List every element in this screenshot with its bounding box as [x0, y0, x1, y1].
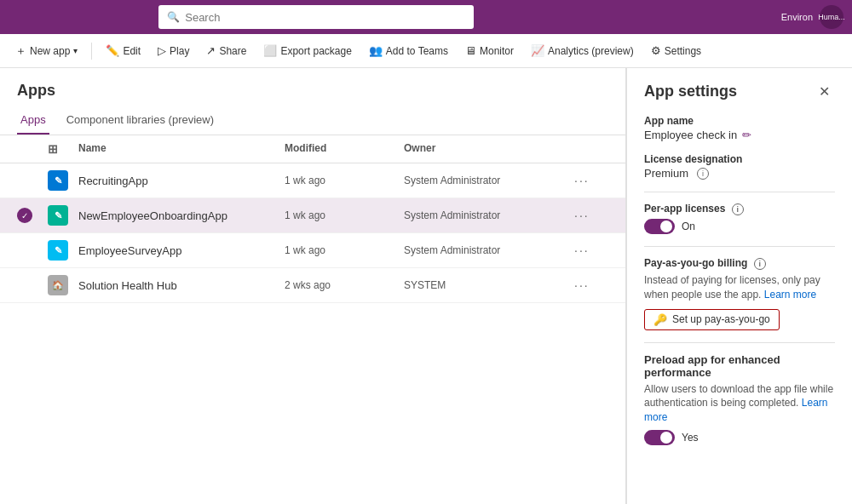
app-icon: ✎	[48, 170, 68, 191]
close-button[interactable]: ✕	[814, 82, 835, 101]
selected-indicator: ✓	[17, 208, 32, 223]
license-value: Premium i	[644, 167, 835, 180]
share-icon: ↗	[206, 44, 216, 57]
preload-toggle[interactable]	[644, 430, 675, 445]
page-title: Apps	[0, 68, 625, 106]
main-layout: Apps Apps Component libraries (preview) …	[0, 68, 852, 504]
separator	[91, 43, 92, 60]
modified-date: 1 wk ago	[285, 209, 404, 221]
new-app-button[interactable]: ＋ New app ▾	[9, 40, 84, 62]
row-menu[interactable]: ···	[574, 174, 608, 187]
table-header: ⊞ Name Modified Owner	[0, 135, 625, 163]
app-name-label: App name	[644, 115, 835, 127]
preload-desc: Allow users to download the app file whi…	[644, 382, 835, 425]
env-label: Environ	[781, 12, 813, 22]
owner-name: SYSTEM	[404, 279, 574, 291]
payg-info-icon[interactable]: i	[754, 258, 766, 270]
key-icon: 🔑	[653, 313, 667, 326]
per-app-label: Per-app licenses i	[644, 203, 835, 215]
app-icon: ✎	[48, 240, 68, 261]
col-actions	[574, 142, 608, 156]
app-name: Solution Health Hub	[78, 279, 285, 292]
preload-section: Preload app for enhanced performance All…	[644, 353, 835, 445]
payg-learn-more[interactable]: Learn more	[764, 289, 816, 301]
app-icon: 🏠	[48, 275, 68, 295]
teams-icon: 👥	[369, 44, 383, 57]
app-name-value: Employee check in ✏	[644, 129, 835, 141]
app-name: NewEmployeeOnboardingApp	[78, 209, 285, 222]
modified-date: 2 wks ago	[285, 279, 404, 291]
top-bar-right: Environ Huma...	[781, 5, 843, 29]
share-button[interactable]: ↗ Share	[199, 41, 253, 60]
panel-title: App settings	[644, 83, 737, 100]
play-button[interactable]: ▷ Play	[151, 41, 196, 60]
payg-section: Pay-as-you-go billing i Instead of payin…	[644, 257, 835, 330]
preload-toggle-row: Yes	[644, 430, 835, 445]
modified-date: 1 wk ago	[285, 244, 404, 256]
payg-description: Instead of paying for licenses, only pay…	[644, 273, 835, 302]
app-name: RecruitingApp	[78, 175, 285, 187]
add-teams-button[interactable]: 👥 Add to Teams	[362, 41, 455, 60]
table-row[interactable]: ✓ ✎ NewEmployeeOnboardingApp 1 wk ago Sy…	[0, 198, 625, 233]
row-menu[interactable]: ···	[574, 243, 608, 257]
payg-label: Pay-as-you-go billing i	[644, 257, 835, 270]
table-row[interactable]: 🏠 Solution Health Hub 2 wks ago SYSTEM ·…	[0, 268, 625, 303]
col-modified: Modified	[285, 142, 404, 156]
edit-app-name-icon[interactable]: ✏	[742, 129, 751, 141]
avatar[interactable]: Huma...	[820, 5, 843, 29]
monitor-icon: 🖥	[465, 44, 476, 57]
license-label: License designation	[644, 153, 835, 165]
apps-table: ⊞ Name Modified Owner ✎ RecruitingApp 1 …	[0, 135, 625, 303]
col-check	[17, 142, 48, 156]
preload-title: Preload app for enhanced performance	[644, 353, 835, 379]
edit-icon: ✏️	[106, 44, 119, 57]
owner-name: System Administrator	[404, 244, 574, 256]
table-row[interactable]: ✎ RecruitingApp 1 wk ago System Administ…	[0, 163, 625, 198]
row-menu[interactable]: ···	[574, 209, 608, 222]
left-panel: Apps Apps Component libraries (preview) …	[0, 68, 626, 504]
panel-header: App settings ✕	[644, 82, 835, 101]
modified-date: 1 wk ago	[285, 175, 404, 186]
tab-apps[interactable]: Apps	[17, 106, 49, 135]
gear-icon: ⚙	[651, 44, 661, 57]
owner-name: System Administrator	[404, 175, 574, 186]
chevron-down-icon: ▾	[73, 46, 78, 55]
settings-panel: App settings ✕ App name Employee check i…	[626, 68, 852, 504]
edit-button[interactable]: ✏️ Edit	[99, 41, 147, 60]
play-icon: ▷	[158, 44, 166, 57]
divider2	[644, 246, 835, 247]
owner-name: System Administrator	[404, 209, 574, 221]
monitor-button[interactable]: 🖥 Monitor	[458, 41, 521, 60]
app-icon: ✎	[48, 205, 68, 226]
tab-component-libraries[interactable]: Component libraries (preview)	[63, 106, 217, 135]
setup-payg-button[interactable]: 🔑 Set up pay-as-you-go	[644, 309, 780, 330]
analytics-button[interactable]: 📈 Analytics (preview)	[524, 41, 641, 60]
per-app-toggle-label: On	[682, 220, 695, 232]
plus-icon: ＋	[15, 43, 26, 59]
export-icon: ⬜	[263, 44, 277, 57]
export-button[interactable]: ⬜ Export package	[256, 41, 358, 60]
divider	[644, 192, 835, 192]
search-input[interactable]	[185, 11, 465, 24]
row-menu[interactable]: ···	[574, 278, 608, 292]
license-info-icon[interactable]: i	[697, 168, 709, 180]
settings-button[interactable]: ⚙ Settings	[644, 41, 708, 60]
col-icon: ⊞	[48, 142, 78, 156]
table-row[interactable]: ✎ EmployeeSurveyApp 1 wk ago System Admi…	[0, 233, 625, 268]
per-app-toggle[interactable]	[644, 219, 675, 234]
app-name-section: App name Employee check in ✏	[644, 115, 835, 141]
app-name: EmployeeSurveyApp	[78, 244, 285, 257]
analytics-icon: 📈	[531, 44, 544, 57]
col-owner: Owner	[404, 142, 574, 156]
toolbar: ＋ New app ▾ ✏️ Edit ▷ Play ↗ Share ⬜ Exp…	[0, 34, 852, 68]
col-name: Name	[78, 142, 285, 156]
per-app-section: Per-app licenses i On	[644, 203, 835, 234]
license-section: License designation Premium i	[644, 153, 835, 180]
preload-toggle-label: Yes	[682, 432, 699, 444]
per-app-info-icon[interactable]: i	[732, 203, 744, 215]
search-container: 🔍	[158, 5, 474, 29]
top-bar: 🔍 Environ Huma...	[0, 0, 852, 34]
per-app-toggle-row: On	[644, 219, 835, 234]
search-icon: 🔍	[167, 11, 180, 23]
divider3	[644, 342, 835, 343]
